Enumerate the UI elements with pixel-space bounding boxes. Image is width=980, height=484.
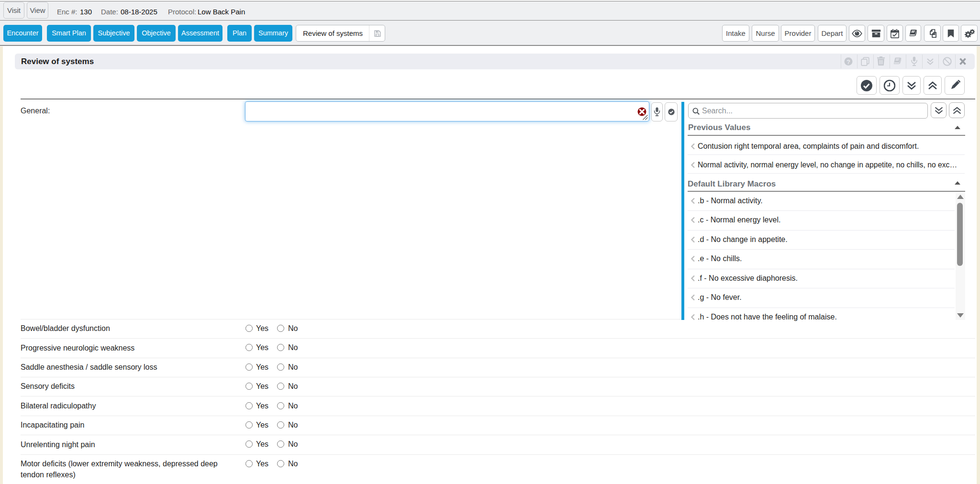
svg-text:?: ? xyxy=(846,58,850,66)
